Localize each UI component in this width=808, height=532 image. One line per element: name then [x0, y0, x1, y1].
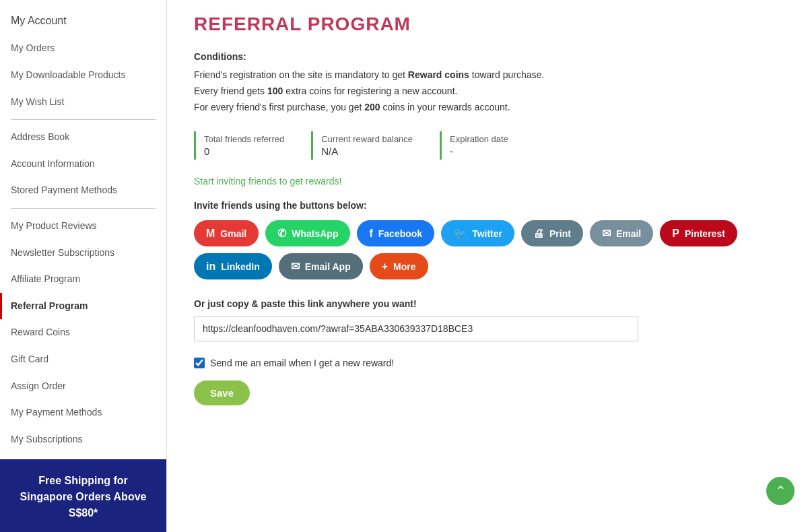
email-reward-checkbox[interactable] — [194, 358, 205, 368]
sidebar-item-my-product-reviews[interactable]: My Product Reviews — [0, 213, 166, 240]
condition-line-3: For every friend's first purchase, you g… — [194, 100, 781, 116]
sidebar-nav: My AccountMy OrdersMy Downloadable Produ… — [0, 0, 166, 459]
stat-value: N/A — [321, 145, 413, 157]
sidebar-divider — [11, 119, 156, 120]
conditions-section: Conditions: Friend's registration on the… — [194, 51, 781, 115]
email-icon: ✉ — [602, 227, 611, 240]
sidebar-item-my-payment-methods[interactable]: My Payment Methods — [0, 399, 166, 426]
invite-start: Start inviting friends to get rewards! — [194, 176, 781, 187]
share-button-email[interactable]: ✉Email — [590, 220, 653, 246]
sidebar: My AccountMy OrdersMy Downloadable Produ… — [0, 0, 167, 532]
email-reward-label: Send me an email when I get a new reward… — [210, 358, 394, 368]
referral-link-input[interactable] — [194, 316, 638, 341]
page-title: REFERRAL PROGRAM — [194, 13, 781, 35]
share-button-emailapp[interactable]: ✉Email App — [279, 253, 363, 279]
main-content: REFERRAL PROGRAM Conditions: Friend's re… — [167, 0, 808, 532]
sidebar-item-address-book[interactable]: Address Book — [0, 124, 166, 151]
share-button-linkedin[interactable]: inLinkedIn — [194, 253, 272, 279]
sidebar-item-account-information[interactable]: Account Information — [0, 151, 166, 178]
share-button-facebook[interactable]: fFacebook — [357, 220, 434, 246]
more-icon: + — [382, 261, 388, 273]
sidebar-item-affiliate-program[interactable]: Affiliate Program — [0, 266, 166, 293]
stat-label: Expiration date — [450, 134, 508, 144]
emailapp-icon: ✉ — [291, 260, 300, 273]
share-button-pinterest[interactable]: PPinterest — [660, 220, 737, 246]
invite-label: Invite friends using the buttons below: — [194, 200, 781, 211]
stat-expiration-date: Expiration date- — [440, 131, 525, 160]
whatsapp-icon: ✆ — [277, 227, 286, 240]
share-button-more[interactable]: +More — [370, 253, 428, 279]
save-button[interactable]: Save — [194, 380, 250, 405]
sidebar-item-gift-card[interactable]: Gift Card — [0, 346, 166, 373]
twitter-icon: 🐦 — [453, 227, 467, 240]
stat-label: Current reward balance — [321, 134, 413, 144]
share-button-print[interactable]: 🖨Print — [521, 220, 583, 246]
sidebar-item-stored-payment-methods[interactable]: Stored Payment Methods — [0, 177, 166, 204]
conditions-label: Conditions: — [194, 51, 781, 62]
stat-value: 0 — [204, 145, 284, 157]
condition-line-2: Every friend gets 100 extra coins for re… — [194, 84, 781, 100]
stat-total-friends-referred: Total friends referred0 — [194, 131, 300, 160]
sidebar-item-my-orders[interactable]: My Orders — [0, 35, 166, 62]
sidebar-item-my-downloadable-products[interactable]: My Downloadable Products — [0, 62, 166, 89]
sidebar-item-my-account[interactable]: My Account — [0, 7, 166, 35]
stat-value: - — [450, 145, 508, 157]
share-button-twitter[interactable]: 🐦Twitter — [441, 220, 514, 246]
stats-row: Total friends referred0Current reward ba… — [194, 131, 781, 160]
condition-line-1: Friend's registration on the site is man… — [194, 67, 781, 84]
sidebar-divider — [11, 208, 156, 209]
facebook-icon: f — [369, 228, 372, 240]
sidebar-banner: Free Shipping for Singapore Orders Above… — [0, 459, 166, 532]
copy-label: Or just copy & paste this link anywhere … — [194, 298, 781, 309]
share-button-whatsapp[interactable]: ✆WhatsApp — [265, 220, 350, 246]
sidebar-item-assign-order[interactable]: Assign Order — [0, 373, 166, 400]
stat-current-reward-balance: Current reward balanceN/A — [311, 131, 429, 160]
scroll-to-top-button[interactable]: ⌃ — [766, 477, 795, 505]
linkedin-icon: in — [206, 261, 215, 273]
share-button-gmail[interactable]: MGmail — [194, 220, 259, 246]
share-buttons: MGmail✆WhatsAppfFacebook🐦Twitter🖨Print✉E… — [194, 220, 781, 279]
gmail-icon: M — [206, 228, 215, 240]
sidebar-item-referral-program[interactable]: Referral Program — [0, 293, 166, 320]
stat-label: Total friends referred — [204, 134, 284, 144]
conditions-text: Friend's registration on the site is man… — [194, 67, 781, 115]
print-icon: 🖨 — [533, 228, 544, 240]
email-checkbox-row: Send me an email when I get a new reward… — [194, 358, 781, 368]
sidebar-item-reward-coins[interactable]: Reward Coins — [0, 319, 166, 346]
sidebar-item-my-subscriptions[interactable]: My Subscriptions — [0, 426, 166, 453]
sidebar-item-my-wish-list[interactable]: My Wish List — [0, 89, 166, 116]
pinterest-icon: P — [672, 228, 679, 240]
sidebar-item-newsletter-subscriptions[interactable]: Newsletter Subscriptions — [0, 240, 166, 267]
